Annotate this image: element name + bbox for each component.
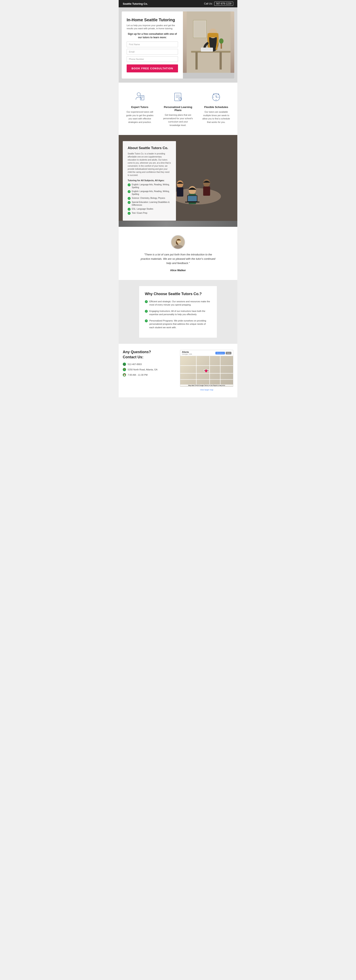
check-icon-4 xyxy=(128,208,131,211)
feature-flexible-desc: Our tutors are available multiple times … xyxy=(201,110,231,124)
feature-expert-tutors-desc: Our experienced tutors will guide you to… xyxy=(125,110,155,124)
map-actions: Directions Save xyxy=(216,352,231,355)
check-icon-1 xyxy=(128,190,131,193)
header-phone-area: Call Us: 567-876-1229 xyxy=(204,2,233,6)
svg-rect-7 xyxy=(201,48,213,51)
book-consultation-button[interactable]: BOOK FREE CONSULTATION xyxy=(127,64,178,72)
plan-icon xyxy=(172,91,184,103)
svg-rect-6 xyxy=(209,33,217,37)
feature-expert-tutors-title: Expert Tutors xyxy=(125,105,155,108)
svg-point-41 xyxy=(177,180,183,188)
clock-small-icon: ⏰ xyxy=(123,373,126,377)
map-save-button[interactable]: Save xyxy=(226,352,231,355)
features-grid: Expert Tutors Our experienced tutors wil… xyxy=(123,89,233,129)
svg-rect-13 xyxy=(194,21,206,37)
view-larger-map-link[interactable]: View larger map xyxy=(200,389,213,391)
features-section: Expert Tutors Our experienced tutors wil… xyxy=(119,83,237,135)
contact-phone: 512-467-8903 xyxy=(128,363,142,366)
phone-icon: 📞 xyxy=(123,363,126,366)
svg-point-43 xyxy=(203,179,210,187)
svg-rect-47 xyxy=(185,202,200,202)
hero-card: In-Home Seattle Tutoring Let us help you… xyxy=(122,11,234,78)
feature-learning-plans-desc: Get learning plans that are personalized… xyxy=(163,113,193,127)
hero-section: In-Home Seattle Tutoring Let us help you… xyxy=(119,7,237,83)
contact-subtitle: Contact Us: xyxy=(123,355,176,359)
svg-rect-42 xyxy=(177,187,183,197)
about-subjects-list: English: Language Arts, Reading, Writing… xyxy=(128,183,171,215)
why-check-1 xyxy=(145,310,148,313)
subject-item-1: English: Language Arts, Reading, Writing… xyxy=(128,190,171,196)
about-title: About Seattle Tutors Co. xyxy=(128,146,171,150)
subject-item-4: ESL: Language Studies xyxy=(128,208,171,211)
about-subtitle: Tutoring for All Subjects, All Ages: xyxy=(128,179,171,181)
tutor-image xyxy=(183,11,234,73)
map-city-title: Atlanta xyxy=(182,351,192,353)
tutor-svg xyxy=(183,11,234,73)
map-road-4 xyxy=(196,356,196,387)
contact-hours-item: ⏰ 7:00 AM - 11:30 PM xyxy=(123,373,176,377)
testimonial-quote: "There is a lot of care put forth from t… xyxy=(139,253,217,265)
clock-icon xyxy=(210,91,222,103)
testimonial-section: "There is a lot of care put forth from t… xyxy=(119,227,237,280)
svg-point-11 xyxy=(219,38,223,44)
check-icon-5 xyxy=(128,212,131,215)
why-card: Why Choose Seattle Tutors Co.? Efficient… xyxy=(139,286,217,338)
map-header: Atlanta Georgia, USA Directions Save xyxy=(180,350,233,356)
why-section: Why Choose Seattle Tutors Co.? Efficient… xyxy=(119,280,237,344)
call-us-label: Call Us: xyxy=(204,2,212,5)
first-name-input[interactable] xyxy=(127,41,178,47)
map-road-6 xyxy=(220,356,220,387)
why-title: Why Choose Seattle Tutors Co.? xyxy=(145,292,211,296)
map-city-info: Atlanta Georgia, USA xyxy=(182,351,192,355)
map-area: Atlanta Georgia, USA Directions Save Atl… xyxy=(180,350,233,391)
svg-rect-2 xyxy=(195,52,198,70)
subject-item-3: Special Education: Learning Disabilities… xyxy=(128,201,171,207)
svg-rect-46 xyxy=(188,196,197,201)
why-item-2: Personalized Programs: We pride ourselve… xyxy=(145,319,211,329)
map-directions-button[interactable]: Directions xyxy=(216,352,225,355)
contact-title: Any Questions? xyxy=(123,350,176,354)
location-icon: 📍 xyxy=(123,368,126,371)
about-card: About Seattle Tutors Co. Seattle Tutors … xyxy=(123,141,176,221)
subject-item-0: English: Language Arts, Reading, Writing… xyxy=(128,183,171,189)
contact-section: Any Questions? Contact Us: 📞 512-467-890… xyxy=(119,344,237,397)
contact-details-list: 📞 512-467-8903 📍 5250 North Road, Atlant… xyxy=(123,363,176,377)
why-check-2 xyxy=(145,320,148,322)
email-input[interactable] xyxy=(127,49,178,55)
feature-expert-tutors: Expert Tutors Our experienced tutors wil… xyxy=(123,89,157,129)
contact-hours: 7:00 AM - 11:30 PM xyxy=(128,374,147,376)
map-body: Atlanta Map data ©2018 Google Terms of U… xyxy=(180,356,233,387)
svg-rect-19 xyxy=(174,93,181,101)
feature-learning-plans: Personalized Learning Plans Get learning… xyxy=(161,89,195,129)
about-desc: Seattle Tutors Co. is a leader in provid… xyxy=(128,152,171,177)
contact-phone-item: 📞 512-467-8903 xyxy=(123,363,176,366)
why-item-0: Efficient and strategic: Our sessions an… xyxy=(145,300,211,307)
svg-point-39 xyxy=(188,186,196,194)
map-view-larger[interactable]: View larger map xyxy=(180,388,233,391)
svg-rect-44 xyxy=(203,186,210,196)
tutor-icon xyxy=(134,91,146,103)
hero-cta-text: Sign up for a free consultation with one… xyxy=(127,32,178,39)
map-road-5 xyxy=(209,356,210,387)
check-icon-2 xyxy=(128,197,131,200)
testimonial-avatar xyxy=(171,235,185,249)
contact-info-area: Any Questions? Contact Us: 📞 512-467-890… xyxy=(123,350,176,379)
map-road-3 xyxy=(180,379,233,380)
feature-flexible-schedules: Flexible Schedules Our tutors are availa… xyxy=(199,89,233,129)
svg-rect-3 xyxy=(220,52,222,70)
site-logo: Seattle Tutoring Co. xyxy=(123,2,148,5)
map-road-1 xyxy=(180,365,233,366)
map-road-2 xyxy=(180,373,233,374)
feature-flexible-title: Flexible Schedules xyxy=(201,105,231,108)
phone-input[interactable] xyxy=(127,56,178,62)
hero-image xyxy=(183,11,234,78)
why-item-1: Engaging Instructors: All of our instruc… xyxy=(145,309,211,316)
contact-address-item: 📍 5250 North Road, Atlanta, GA xyxy=(123,368,176,371)
hero-subtitle: Let us help you improve your grades and … xyxy=(127,24,178,30)
feature-learning-plans-title: Personalized Learning Plans xyxy=(163,105,193,112)
contact-address: 5250 North Road, Atlanta, GA xyxy=(128,368,158,371)
avatar-svg xyxy=(171,235,185,249)
hero-title: In-Home Seattle Tutoring xyxy=(127,18,178,22)
map-city-state: Georgia, USA xyxy=(182,353,192,355)
why-list: Efficient and strategic: Our sessions an… xyxy=(145,300,211,329)
